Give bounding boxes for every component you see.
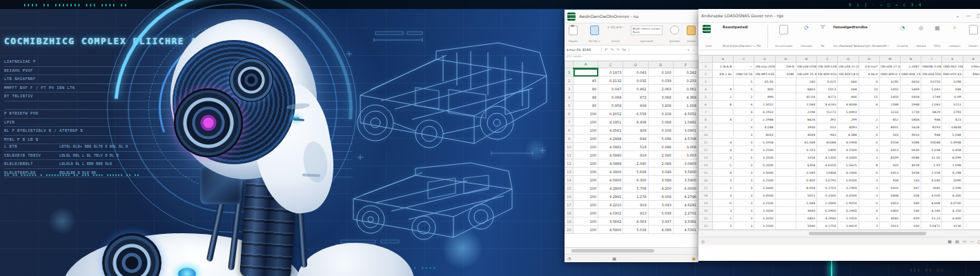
find-icon[interactable]: ◎	[919, 25, 923, 31]
cell[interactable]	[574, 68, 598, 77]
cell[interactable]: 5.038	[921, 146, 942, 154]
row-header[interactable]: 3	[699, 78, 713, 86]
zoom-slider[interactable]: —	[970, 239, 974, 244]
row-header[interactable]: 13	[699, 154, 713, 161]
window1-hscroll-thumb[interactable]	[571, 249, 654, 253]
cell[interactable]: 0450	[900, 78, 921, 86]
cell[interactable]: 4.5900	[598, 226, 623, 234]
window2-hscrollbar[interactable]	[698, 230, 980, 237]
cell[interactable]: 2045	[921, 184, 942, 192]
cell[interactable]: 4.500	[921, 192, 942, 199]
window1-hscrollbar[interactable]	[565, 247, 698, 254]
cell[interactable]: 4.368	[673, 93, 698, 101]
collapse-icon[interactable]: ⌄	[693, 48, 696, 52]
row-header[interactable]: 5	[699, 93, 713, 101]
editing-icon[interactable]	[687, 26, 696, 35]
cell[interactable]: 1739	[900, 108, 921, 116]
cell[interactable]	[713, 131, 734, 139]
cell[interactable]: 4.1951	[598, 118, 623, 126]
cell[interactable]: 100	[574, 201, 598, 209]
cell[interactable]: 3258	[796, 154, 816, 161]
cell[interactable]: 0.2900	[838, 207, 859, 215]
cell[interactable]	[963, 116, 980, 124]
cell[interactable]: 5	[734, 154, 754, 161]
cell[interactable]: ON-309-L5838	[817, 63, 838, 70]
cell[interactable]: 3.1920	[838, 215, 859, 222]
cell[interactable]: 3	[713, 222, 734, 230]
cell[interactable]: 3	[859, 222, 879, 230]
cell[interactable]: 5053	[796, 192, 816, 199]
cell[interactable]	[775, 124, 796, 131]
cell[interactable]: 0403	[796, 215, 816, 222]
cell[interactable]: 0.108	[648, 110, 673, 118]
cell[interactable]: 5.098	[648, 135, 673, 143]
cell[interactable]: 1.008	[673, 101, 698, 110]
cell[interactable]: 3.208	[648, 101, 673, 110]
cell[interactable]: 0.462	[623, 85, 648, 93]
cell[interactable]: 3	[734, 192, 754, 199]
row-header[interactable]: 7	[699, 108, 713, 116]
cell[interactable]: 3.2500	[754, 177, 775, 184]
cell[interactable]: 4.4048	[838, 101, 859, 108]
cell[interactable]	[775, 177, 796, 184]
cell[interactable]: 908	[623, 101, 648, 110]
cell[interactable]: 4.5000	[838, 154, 859, 161]
cell[interactable]: 5409	[900, 86, 921, 93]
cell[interactable]: 0.3900	[817, 207, 838, 215]
row-header[interactable]: 18	[699, 192, 713, 199]
cell[interactable]: 4.1500	[838, 146, 859, 154]
cell[interactable]: 4.2000	[838, 169, 859, 177]
cell[interactable]: 2.063	[648, 85, 673, 93]
row-header[interactable]: 17	[565, 201, 574, 209]
cell[interactable]: 4.298	[942, 169, 963, 177]
window2-hscroll-thumb[interactable]	[809, 232, 926, 235]
column-header[interactable]: A	[574, 61, 598, 68]
cell[interactable]: 90	[574, 85, 598, 93]
cell[interactable]: 3	[859, 154, 879, 161]
cell[interactable]: 3.5900	[673, 176, 698, 184]
cell[interactable]: 948	[921, 116, 942, 124]
row-header[interactable]: 4	[565, 93, 574, 101]
cell[interactable]: 6.300	[623, 176, 648, 184]
cell[interactable]	[963, 161, 980, 169]
cell[interactable]: 2	[713, 93, 734, 101]
cell[interactable]: 2.2087	[900, 63, 921, 70]
cell[interactable]: 0453	[879, 199, 900, 207]
cell[interactable]: ON-x04-2r-208	[838, 63, 859, 70]
ribbon-group-format[interactable]: famaelgedtandba Inv vDwdwwd Twbbwa/tght …	[832, 24, 890, 48]
cell[interactable]: 3938	[796, 124, 816, 131]
brush-icon[interactable]: ✎	[616, 48, 620, 52]
cell[interactable]: ON0-404 2342	[900, 70, 921, 78]
cell[interactable]: 009	[900, 215, 921, 222]
cell[interactable]: 100	[574, 118, 598, 126]
cell[interactable]: 3.003	[673, 151, 698, 159]
window2-titlebar[interactable]: Andsrapke LOASOSNAS Davor nnn - rgo ⌄ — …	[698, 9, 980, 23]
cell[interactable]	[963, 78, 980, 86]
cell[interactable]: 3.3500	[754, 154, 775, 161]
column-header[interactable]: K	[942, 56, 963, 63]
cell[interactable]: 3	[859, 184, 879, 192]
cell[interactable]: 3	[734, 169, 754, 177]
column-header[interactable]: A	[713, 56, 734, 63]
cell[interactable]: 2	[734, 116, 754, 124]
cell[interactable]: ON-v04 D58l7	[796, 63, 816, 70]
column-header[interactable]: O	[754, 56, 775, 63]
cell[interactable]: 299	[838, 116, 859, 124]
row-header[interactable]: 12	[699, 146, 713, 154]
cell[interactable]: A059	[879, 154, 900, 161]
column-header[interactable]: M	[879, 56, 900, 63]
cell[interactable]: 8428	[796, 116, 816, 124]
cell[interactable]: 0.2000	[754, 161, 775, 169]
cell[interactable]: 3	[734, 207, 754, 215]
column-header[interactable]: Q	[838, 56, 859, 63]
cell[interactable]: EN0-V03 43.58	[942, 70, 963, 78]
cell[interactable]	[963, 101, 980, 108]
ribbon-group-editing[interactable]: nnnan	[685, 25, 697, 43]
cell[interactable]: 913	[623, 209, 648, 217]
cell[interactable]: 3	[734, 146, 754, 154]
cell[interactable]: 8	[713, 116, 734, 124]
column-header[interactable]: H	[775, 56, 796, 63]
cell[interactable]: 03750	[921, 78, 942, 86]
cell[interactable]: 4	[713, 169, 734, 177]
cell[interactable]	[775, 192, 796, 199]
